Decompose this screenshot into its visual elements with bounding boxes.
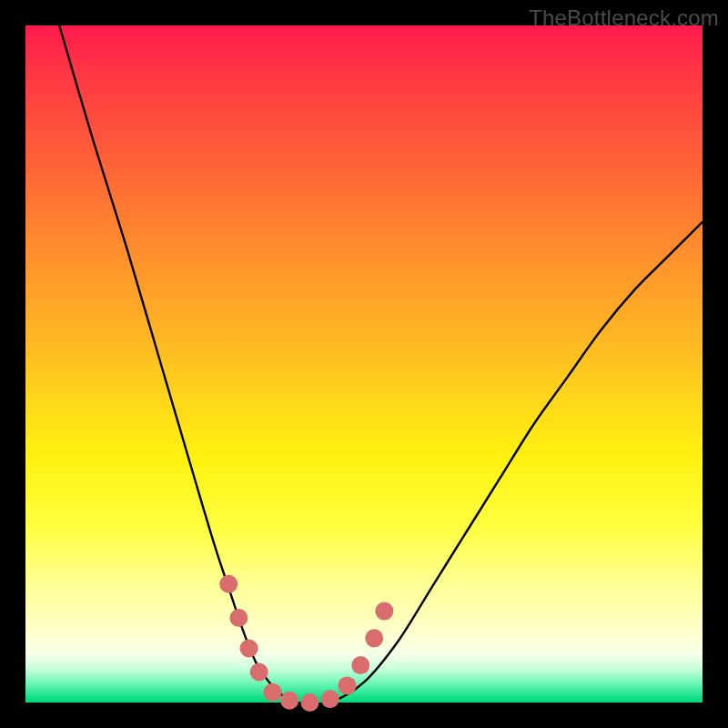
- watermark-text: TheBottleneck.com: [529, 5, 719, 31]
- curve-marker: [300, 693, 318, 712]
- curve-marker: [229, 609, 248, 627]
- curve-marker: [240, 639, 258, 657]
- curve-marker: [250, 663, 268, 682]
- curve-marker: [280, 692, 298, 710]
- curve-marker: [365, 629, 383, 647]
- curve-markers: [219, 575, 393, 712]
- curve-marker: [321, 690, 339, 708]
- curve-marker: [264, 683, 282, 702]
- curve-marker: [338, 676, 356, 694]
- chart-plot-area: [25, 25, 703, 703]
- curve-marker: [375, 602, 393, 621]
- chart-svg: [25, 25, 703, 703]
- bottleneck-curve: [59, 25, 703, 704]
- curve-marker: [219, 575, 238, 593]
- curve-marker: [351, 656, 369, 674]
